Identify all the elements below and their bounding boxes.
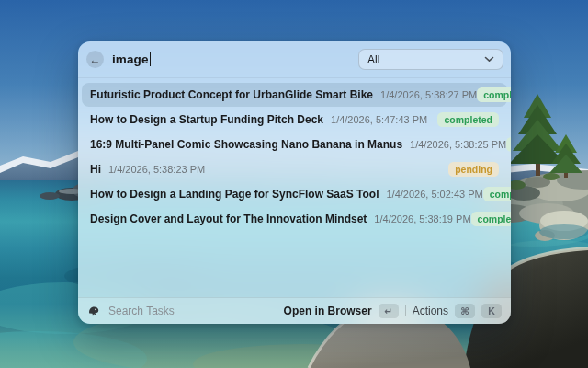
task-title: Futuristic Product Concept for UrbanGlid… [90,88,373,101]
task-list: Futuristic Product Concept for UrbanGlid… [78,78,511,232]
task-title: How to Design a Startup Funding Pitch De… [90,113,323,126]
status-badge: completed [437,112,499,127]
task-timestamp: 1/4/2026, 5:47:43 PM [331,114,427,125]
task-title: How to Design a Landing Page for SyncFlo… [90,188,379,201]
task-row[interactable]: How to Design a Startup Funding Pitch De… [82,108,507,132]
status-badge: pending [448,162,499,177]
enter-keycap: ↵ [379,304,399,318]
task-title: Hi [90,163,101,176]
status-badge: completed [506,137,511,152]
footer-divider [405,305,406,316]
actions-button[interactable]: Actions [413,305,448,317]
back-arrow-icon: ← [90,53,101,64]
status-badge: completed [477,87,511,102]
task-title: 16:9 Multi-Panel Comic Showcasing Nano B… [90,138,402,151]
palette-footer: Search Tasks Open in Browser ↵ Actions ⌘… [78,297,511,324]
task-timestamp: 1/4/2026, 5:38:23 PM [108,164,205,175]
status-badge: completed [471,212,511,226]
k-keycap: K [481,304,502,318]
task-timestamp: 1/4/2026, 5:02:43 PM [386,189,482,200]
desktop: ← image All Futuristic Product Concept f… [0,0,588,368]
task-timestamp: 1/4/2026, 5:38:25 PM [410,139,506,150]
footer-search-placeholder: Search Tasks [108,305,175,317]
open-in-browser-button[interactable]: Open in Browser [284,305,372,317]
search-input[interactable]: image [112,52,151,66]
search-query-text: image [112,52,149,66]
filter-dropdown[interactable]: All [358,49,503,70]
filter-selected-label: All [368,53,379,66]
text-caret [150,52,152,66]
footer-actions-group: Open in Browser ↵ Actions ⌘ K [284,304,502,318]
command-keycap: ⌘ [455,304,475,318]
back-button[interactable]: ← [86,51,104,68]
palette-empty-area [78,232,511,297]
manus-logo-icon [87,305,100,317]
status-badge: completed [483,187,511,201]
task-timestamp: 1/4/2026, 5:38:27 PM [380,89,477,100]
chevron-down-icon [484,56,494,63]
task-row[interactable]: 16:9 Multi-Panel Comic Showcasing Nano B… [82,132,507,156]
task-timestamp: 1/4/2026, 5:38:19 PM [374,213,470,224]
task-title: Design Cover and Layout for The Innovati… [90,213,367,225]
palette-header: ← image All [78,41,511,78]
task-row[interactable]: Futuristic Product Concept for UrbanGlid… [82,83,507,107]
task-row[interactable]: How to Design a Landing Page for SyncFlo… [82,182,507,206]
task-row[interactable]: Design Cover and Layout for The Innovati… [82,207,507,231]
task-search-palette: ← image All Futuristic Product Concept f… [78,41,511,324]
task-row[interactable]: Hi 1/4/2026, 5:38:23 PM pending [82,157,507,181]
